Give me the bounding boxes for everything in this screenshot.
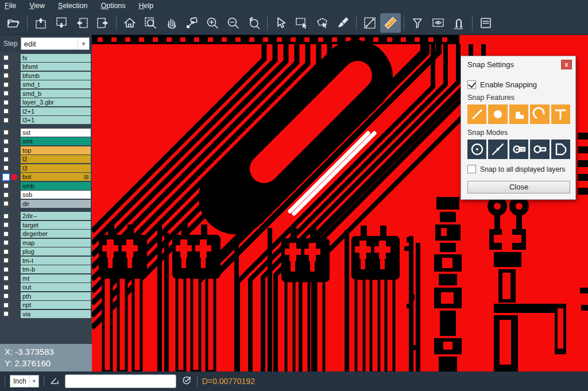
layer-visibility-checkbox[interactable] [3,64,9,70]
layer-visibility-checkbox[interactable] [3,231,9,237]
drag-view-button[interactable] [181,13,202,33]
snap-mode-contour-button[interactable] [551,140,570,159]
filter-button[interactable] [407,13,428,33]
zoom-window-button[interactable] [140,13,161,33]
layer-row-mt[interactable]: mt [0,274,92,283]
layer-visibility-checkbox[interactable] [3,266,9,273]
layer-row-smb[interactable]: smb [0,181,92,191]
layer-visibility-checkbox[interactable] [3,257,9,264]
layer-name-strip[interactable]: ssb [21,191,91,199]
layer-visibility-checkbox[interactable] [3,192,9,198]
layer-visibility-checkbox[interactable] [3,138,9,145]
layer-visibility-checkbox[interactable] [3,213,9,219]
snap-feature-text-button[interactable] [551,104,570,124]
layer-name-strip[interactable]: l3+1 [21,116,91,124]
layer-row-bfsmb[interactable]: bfsmb [0,71,92,80]
layer-row-dir[interactable]: dir [0,199,92,208]
pan-left-button[interactable] [72,13,92,33]
measure-input[interactable] [65,374,176,388]
snap-mode-pad-entry-filled-button[interactable] [509,140,528,159]
layer-visibility-checkbox[interactable] [3,174,9,180]
layer-visibility-checkbox[interactable] [3,147,9,153]
layer-visibility-checkbox[interactable] [3,200,9,207]
layer-name-strip[interactable]: dir [21,200,91,208]
layer-row-npt[interactable]: npt [0,301,92,310]
snap-mode-closest-point-button[interactable] [488,140,507,159]
layer-row-top[interactable]: top [0,146,92,155]
show-selection-button[interactable] [428,13,448,33]
layer-name-strip[interactable]: target [21,221,91,229]
layer-row-dirgerber[interactable]: dirgerber [0,230,92,239]
layer-name-strip[interactable]: via [21,310,91,318]
layer-row-out[interactable]: out [0,283,92,292]
layer-visibility-checkbox[interactable] [3,82,9,88]
dialog-close-button[interactable]: Close [467,181,570,193]
layer-name-strip[interactable]: sst [21,129,91,137]
report-form-button[interactable] [475,13,496,33]
poly-select-button[interactable] [312,13,332,33]
pan-up-button[interactable] [30,13,51,33]
layer-visibility-checkbox[interactable] [3,156,9,162]
layer-row-plug[interactable]: plug [0,247,92,257]
layer-visibility-checkbox[interactable] [3,239,9,246]
dialog-title-bar[interactable]: Snap Settings x [461,56,575,73]
layer-row-pth[interactable]: pth [0,292,92,301]
layer-name-strip[interactable]: bot⊞ [21,173,91,181]
layer-row-sst[interactable]: sst [0,128,92,137]
layer-visibility-checkbox[interactable] [3,293,9,299]
snap-feature-line-button[interactable] [467,104,486,124]
layer-visibility-checkbox[interactable] [3,72,9,79]
snap-mode-pad-entry-button[interactable] [530,140,549,159]
snap-feature-arc-button[interactable] [530,104,549,124]
sync-circle-icon[interactable] [181,374,192,388]
layer-row-l3+1[interactable]: l3+1 [0,116,92,125]
layer-row-ssb[interactable]: ssb [0,191,92,200]
layer-visibility-checkbox[interactable] [3,99,9,106]
layer-row-smt[interactable]: smt [0,137,92,146]
menu-view[interactable]: View [29,2,45,10]
layer-visibility-checkbox[interactable] [3,108,9,114]
layer-row-l2[interactable]: l2 [0,155,92,164]
open-file-button[interactable] [3,13,24,33]
layer-visibility-checkbox[interactable] [3,311,9,317]
snap-feature-pad-button[interactable] [488,104,507,124]
layer-row-layer_3.gbr[interactable]: layer_3.gbr [0,98,92,107]
layer-visibility-checkbox[interactable] [3,165,9,171]
menu-options[interactable]: Options [100,2,125,10]
layer-visibility-checkbox[interactable] [3,55,9,61]
layer-visibility-checkbox[interactable] [3,284,9,291]
layer-name-strip[interactable]: layer_3.gbr [21,98,91,106]
layer-name-strip[interactable]: tm-t [21,257,91,265]
menu-file[interactable]: File [5,2,16,10]
pan-hand-button[interactable] [161,13,181,33]
layer-name-strip[interactable]: 2dir-- [21,212,91,220]
snap-all-layers-row[interactable]: Snap to all displayed layers [467,165,570,173]
layer-row-target[interactable]: target [0,220,92,230]
zoom-previous-button[interactable] [243,13,264,33]
layer-row-fx[interactable]: fx [0,53,92,63]
layer-name-strip[interactable]: l2 [21,155,91,163]
layer-row-smd_b[interactable]: smd_b [0,89,92,98]
layer-visibility-checkbox[interactable] [3,117,9,123]
layer-row-via[interactable]: via [0,309,92,319]
close-icon[interactable]: x [561,60,572,69]
layer-name-strip[interactable]: npt [21,301,91,309]
layer-name-strip[interactable]: out [21,283,91,291]
select-arrow-button[interactable] [270,13,291,33]
layer-visibility-checkbox[interactable] [3,249,9,255]
home-view-button[interactable] [119,13,140,33]
pan-down-button[interactable] [51,13,72,33]
enable-snapping-checkbox[interactable] [467,80,476,89]
units-select[interactable]: Inch ▼ [10,375,39,388]
layer-name-strip[interactable]: tm-b [21,265,91,273]
measure-line-button[interactable] [359,13,380,33]
layer-name-strip[interactable]: bfsmt [21,63,91,71]
layer-row-l3[interactable]: l3 [0,164,92,173]
layer-row-l2+1[interactable]: l2+1 [0,107,92,116]
layer-visibility-checkbox[interactable] [3,129,9,136]
menu-help[interactable]: Help [139,2,154,10]
brush-select-button[interactable] [332,13,353,33]
layer-name-strip[interactable]: smd_t [21,80,91,88]
layer-row-bfsmt[interactable]: bfsmt [0,63,92,72]
layer-name-strip[interactable]: bfsmb [21,72,91,80]
